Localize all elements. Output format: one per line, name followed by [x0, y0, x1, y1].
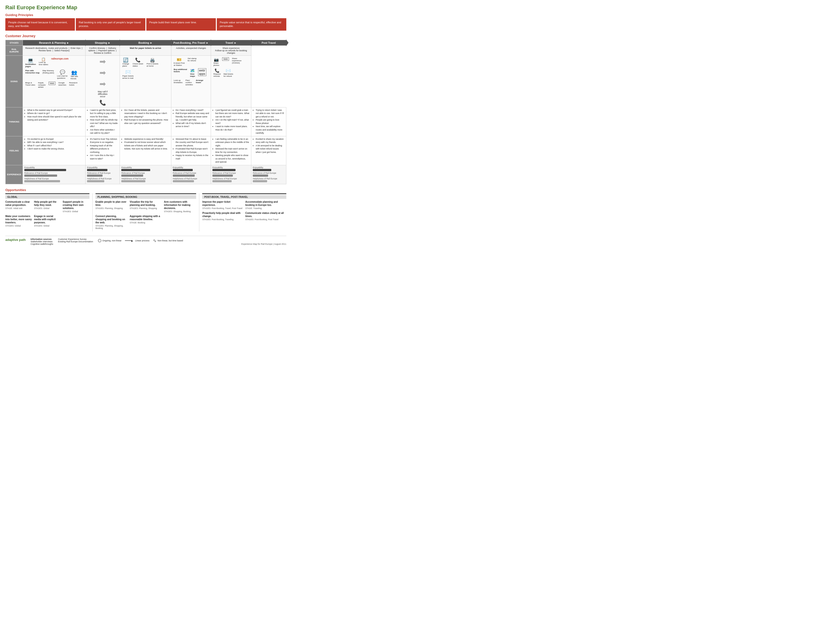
helpfulness-label-6: Helpfulness of Rail Europe [253, 177, 284, 180]
feeling-label: FEELING [6, 136, 23, 165]
enjoy-bar-6 [253, 169, 271, 171]
helpfulness-label-1: Helpfulness of Rail Europe [24, 177, 84, 180]
exp-enjoy-4: Enjoyability [173, 166, 209, 171]
mail-refund-label: Mail ticketsfor refund [224, 73, 233, 77]
thinking-travel-list: I just figured we could grab a train but… [212, 109, 249, 132]
plans-icon: 🔄 [123, 57, 128, 63]
exp-helpfulness-2: Helpfulness of Rail Europe [87, 177, 118, 182]
opp-plan-4: Connect planning, shopping and booking o… [96, 215, 128, 229]
itinerary-map: Map Itinerary(finding pass) [43, 69, 54, 74]
opp-g1-title: Communicate a clear value proposition. [5, 200, 32, 207]
thinking-po1: Trying to return ticket I was not able t… [256, 109, 284, 118]
stage-shopping: Shopping ► [85, 40, 120, 46]
thinking-r1: What is the easiest way to get around Eu… [27, 109, 84, 112]
opp-groups-wrapper: GLOBAL Communicate a clear value proposi… [5, 193, 286, 231]
plan-confirm: Plan/confirmactivities [185, 79, 193, 86]
info-sources-label: Information sources [31, 238, 52, 240]
experience-row: EXPERIENCE Enjoyability Relevance of Rai… [6, 165, 286, 184]
thinking-pt1: Do I have everything I need? [176, 109, 209, 112]
timetables-travel: Look uptimetables [174, 79, 183, 86]
thinking-shopping-list: I want to get the best price, but I'm wi… [87, 109, 118, 135]
opp-g5-stage: STAGES: Global [34, 224, 61, 227]
web-label: Web [49, 82, 55, 85]
legend-ongoing: Ongoing, non-linear [98, 239, 122, 242]
info-sources-text2: Customer Experience SurveyExisting Rail … [58, 238, 93, 243]
thinking-posttravel-list: Trying to return ticket I was not able t… [253, 109, 284, 135]
postbook-divider [202, 193, 286, 194]
thinking-tr1: I just figured we could grab a train but… [215, 109, 249, 118]
exp-research: Enjoyability Relevance of Rail Europe He… [23, 165, 85, 184]
shopping-icons: ➡ ➡ ➡ May call ifdifficultiesoccur 📞 [87, 57, 118, 106]
paper-tickets: ✉️ Paper ticketsarrive in mail [122, 69, 133, 79]
site-label: raileurope.com [51, 57, 68, 60]
timetable-travel-label: Look uptimetables [174, 79, 183, 84]
thinking-r2: Where do I want to go? [27, 112, 84, 115]
exp-relevance-4: Relevance of Rail Europe [173, 172, 209, 177]
mail-tickets-refund: ✉️ Mail ticketsfor refund [224, 68, 233, 77]
thinking-booking: Do I have all the tickets, passes and re… [120, 107, 171, 136]
stage-travel: Travel ► [211, 40, 251, 46]
info-sources-2: Customer Experience SurveyExisting Rail … [58, 238, 93, 243]
destination-pages: 💻 Destinationpages [25, 57, 36, 68]
live-chat: 💬 Live chat forquestions [57, 69, 68, 79]
opp-pb3-stage: STAGES: Post-Booking, Traveling [202, 218, 243, 221]
exp-pretravel: Enjoyability Relevance of Rail Europe He… [171, 165, 211, 184]
helpfulness-bar-6 [253, 180, 267, 182]
thinking-po2: People are going to love these photos! [256, 118, 284, 125]
feeling-research: I'm excited to go to Europe! Will I be a… [23, 136, 85, 165]
doing-row: DOING 💻 Destinationpages 📋 Look uptime t… [6, 55, 286, 107]
relevance-bar-3 [121, 175, 143, 177]
opp-planning-group: PLANNING, SHOPPING, BOOKING Enable peopl… [93, 193, 199, 231]
phone-icon: 📞 [99, 99, 106, 106]
friends-icon: 👥 [71, 69, 77, 75]
feeling-travel: I am feeling vulnerable to be in an unkn… [211, 136, 251, 165]
interactive-map: Plan withinteractive map [25, 69, 39, 74]
stage-research: Research & Planning ► [23, 40, 85, 46]
relevance-label-3: Relevance of Rail Europe [121, 172, 169, 174]
opp-g5-title: Engage in social media with explicit pur… [34, 215, 61, 224]
global-row2: Make your customers into better, more sa… [5, 215, 90, 227]
doing-travel-content: 🎫 E-ticket Printat Station Get stampfor … [173, 57, 209, 98]
thinking-research-list: What is the easiest way to get around Eu… [24, 109, 84, 122]
customer-journey-heading: Customer Journey [5, 34, 286, 38]
relevance-label-6: Relevance of Rail Europe [253, 172, 284, 174]
print-label: Print e-ticketsat home [147, 63, 158, 67]
relevance-label-2: Relevance of Rail Europe [87, 172, 118, 174]
feeling-pretravel: Stressed that I'm about to leave the cou… [171, 136, 211, 165]
mail-icon: ✉️ [125, 69, 131, 75]
adaptive-path-logo: adaptive path [5, 238, 26, 242]
page-title: Rail Europe Experience Map [5, 5, 286, 11]
opp-plan-2: Visualize the trip for planning and book… [130, 200, 162, 213]
may-call-label: May call ifdifficultiesoccur [98, 90, 107, 98]
helpfulness-label-3: Helpfulness of Rail Europe [121, 177, 169, 180]
feeling-posttravel: Excited to share my vacation story with … [251, 136, 286, 165]
exp-helpfulness-6: Helpfulness of Rail Europe [253, 177, 284, 182]
exp-relevance-2: Relevance of Rail Europe [87, 172, 118, 177]
experience-label: EXPERIENCE [6, 165, 23, 184]
feeling-travel-list: I am feeling vulnerable to be in an unkn… [212, 137, 249, 164]
helpfulness-bar-3 [121, 180, 145, 182]
rail-europe-row: RAIL EUROPE Research destinations, route… [6, 46, 286, 55]
share-label: Shareexperience(reviews) [232, 57, 242, 64]
opp-p1-title: Enable people to plan over time. [96, 200, 128, 207]
linear-arrow-icon: ► [125, 240, 132, 241]
opp-global-1: Communicate a clear value proposition. S… [5, 200, 32, 213]
guiding-principles-container: People choose rail travel because it is … [5, 18, 286, 31]
opp-pb-2: Accommodate planning and booking in Euro… [245, 200, 286, 210]
opp-global-group: GLOBAL Communicate a clear value proposi… [5, 193, 93, 231]
thinking-r3: How much time should I/we spend in each … [27, 115, 84, 122]
doing-booking-content: 🔄 Changeplans 📞 Check ticketstatus 🖨️ Pr… [121, 57, 169, 98]
booking-icons: 🔄 Changeplans 📞 Check ticketstatus 🖨️ Pr… [121, 57, 169, 80]
thinking-research: What is the easiest way to get around Eu… [23, 107, 85, 136]
thinking-posttravel: Trying to return ticket I was not able t… [251, 107, 286, 136]
chat-icon: 💬 [60, 69, 65, 75]
friends-label: Talk withfriends [71, 75, 78, 80]
thinking-pretravel: Do I have everything I need? Rail Europe… [171, 107, 211, 136]
big-arrow-2: ➡ [99, 68, 106, 77]
doing-posttravel: 📷 Sharephotos Web Shareexperience(review… [211, 55, 251, 107]
legend-linear-label: Linear process [135, 239, 150, 242]
exp-posttravel: Enjoyability Relevance of Rail Europe He… [251, 165, 286, 184]
exp-enjoy-6: Enjoyability [253, 166, 284, 171]
footer-left: adaptive path Information sources Stakeh… [5, 238, 183, 245]
photos-icon: 📷 [214, 57, 219, 62]
